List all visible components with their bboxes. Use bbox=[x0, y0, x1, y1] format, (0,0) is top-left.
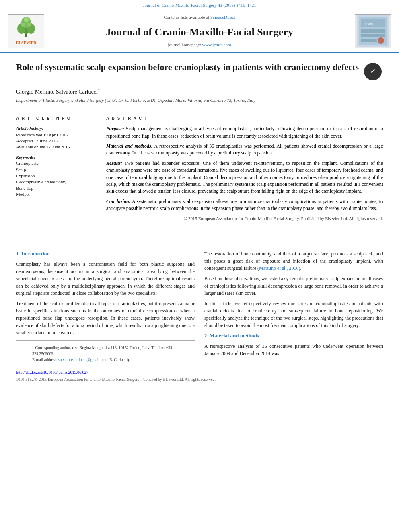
keyword-2: Scalp bbox=[16, 167, 97, 173]
history-heading: Article history: bbox=[16, 125, 97, 131]
abstract-conclusion: Conclusion: A systematic preliminary sca… bbox=[106, 198, 383, 212]
elsevier-wordmark: ELSEVIER bbox=[16, 40, 37, 46]
science-direct-anchor[interactable]: ScienceDirect bbox=[210, 15, 235, 20]
science-direct-link: Contents lists available at ScienceDirec… bbox=[164, 14, 235, 21]
keyword-4: Decompressive craniectomy bbox=[16, 179, 97, 185]
right-para-2: Based on these observations, we tested a… bbox=[204, 275, 383, 297]
intro-para-2: Treatment of the scalp is problematic in… bbox=[16, 300, 195, 336]
corresponding-sup: * bbox=[98, 88, 100, 92]
abstract-column: A B S T R A C T Purpose: Scalp managemen… bbox=[106, 116, 383, 222]
svg-point-14 bbox=[378, 37, 384, 44]
keyword-6: Medpor bbox=[16, 191, 97, 197]
body-left-column: 1. Introduction Cranioplasty has always … bbox=[16, 250, 195, 365]
article-info-column: A R T I C L E I N F O Article history: P… bbox=[16, 116, 97, 222]
keywords-section: Keywords: Cranioplasty Scalp Expansion D… bbox=[16, 154, 97, 198]
contents-text: Contents lists available at bbox=[164, 15, 209, 20]
svg-rect-13 bbox=[361, 39, 377, 42]
keywords-heading: Keywords: bbox=[16, 154, 97, 160]
abstract-methods: Material and methods: A retrospective an… bbox=[106, 143, 383, 157]
methods-label: Material and methods: bbox=[106, 143, 153, 149]
article-content: Role of systematic scalp expansion befor… bbox=[0, 53, 399, 234]
svg-rect-11 bbox=[361, 29, 385, 33]
article-info-abstract-section: A R T I C L E I N F O Article history: P… bbox=[16, 110, 383, 222]
svg-text:JCMFS: JCMFS bbox=[364, 23, 373, 26]
abstract-purpose: Purpose: Scalp management is challenging… bbox=[106, 125, 383, 140]
svg-rect-12 bbox=[361, 34, 385, 37]
accepted-date: Accepted 17 June 2015 bbox=[16, 138, 97, 144]
footer-issn: 1010-5182/© 2015 European Association fo… bbox=[16, 377, 383, 382]
svg-point-6 bbox=[27, 23, 31, 27]
purpose-text: Scalp management is challenging in all t… bbox=[106, 126, 383, 138]
journal-reference-text: Journal of Cranio-Maxillo-Facial Surgery… bbox=[143, 3, 256, 8]
intro-heading: 1. Introduction bbox=[16, 250, 195, 257]
right-para-1: The restoration of bone continuity, and … bbox=[204, 250, 383, 272]
abstract-copyright: © 2015 European Association for Cranio-M… bbox=[106, 216, 383, 222]
available-date: Available online 27 June 2015 bbox=[16, 144, 97, 150]
keyword-3: Expansion bbox=[16, 173, 97, 179]
svg-point-5 bbox=[21, 23, 25, 27]
body-right-column: The restoration of bone continuity, and … bbox=[204, 250, 383, 365]
purpose-label: Purpose: bbox=[106, 126, 124, 131]
abstract-results: Results: Two patients had expander expos… bbox=[106, 160, 383, 195]
journal-reference-bar: Journal of Cranio-Maxillo-Facial Surgery… bbox=[0, 0, 399, 10]
conclusion-label: Conclusion: bbox=[106, 199, 131, 204]
journal-homepage: journal homepage: www.jcmfs.com bbox=[168, 42, 231, 48]
email-suffix: (S. Carlucci). bbox=[108, 357, 130, 362]
homepage-label: journal homepage: bbox=[168, 42, 201, 47]
authors-line: Giorgio Merlino, Salvatore Carlucci* bbox=[16, 87, 383, 96]
results-label: Results: bbox=[106, 160, 122, 166]
body-content: 1. Introduction Cranioplasty has always … bbox=[0, 250, 399, 365]
received-date: Paper received 19 April 2015 bbox=[16, 132, 97, 138]
doi-link[interactable]: http://dx.doi.org/10.1016/j.jcms.2015.06… bbox=[16, 370, 383, 375]
conclusion-text: A systematic preliminary scalp expansion… bbox=[106, 199, 383, 211]
footnote-star: * Corresponding author. c.so Regina Marg… bbox=[32, 345, 179, 357]
journal-header: ELSEVIER Contents lists available at Sci… bbox=[0, 10, 399, 53]
journal-title: Journal of Cranio-Maxillo-Facial Surgery bbox=[106, 25, 293, 39]
cover-thumbnail: JCMFS bbox=[357, 15, 389, 47]
keyword-5: Bone flap bbox=[16, 185, 97, 191]
elsevier-logo: ELSEVIER bbox=[8, 14, 44, 48]
section-divider bbox=[0, 242, 399, 242]
article-history-block: Article history: Paper received 19 April… bbox=[16, 125, 97, 150]
authors-names: Giorgio Merlino, Salvatore Carlucci bbox=[16, 88, 98, 94]
email-label: E-mail address: bbox=[32, 357, 57, 362]
abstract-label: A B S T R A C T bbox=[106, 116, 383, 121]
methods-heading: 2. Material and methods bbox=[204, 332, 383, 339]
right-para-3: In this article, we retrospectively revi… bbox=[204, 300, 383, 329]
article-info-label: A R T I C L E I N F O bbox=[16, 116, 97, 121]
page: Journal of Cranio-Maxillo-Facial Surgery… bbox=[0, 0, 399, 532]
results-text: Two patients had expander exposure. One … bbox=[106, 160, 383, 194]
footnote-area: * Corresponding author. c.so Regina Marg… bbox=[16, 340, 195, 365]
keyword-1: Cranioplasty bbox=[16, 160, 97, 166]
affiliation: Department of Plastic Surgery and Hand S… bbox=[16, 97, 383, 103]
matsuno-link[interactable]: Matsuno et al., 2006 bbox=[259, 265, 298, 271]
journal-center-header: Contents lists available at ScienceDirec… bbox=[48, 14, 351, 48]
doi-anchor[interactable]: http://dx.doi.org/10.1016/j.jcms.2015.06… bbox=[16, 370, 88, 374]
svg-point-7 bbox=[24, 17, 29, 22]
elsevier-tree-icon bbox=[14, 16, 38, 39]
journal-cover-image: JCMFS bbox=[355, 14, 391, 48]
email-link[interactable]: salvatore.carlucci@gmail.com bbox=[58, 357, 107, 362]
footer-bar: http://dx.doi.org/10.1016/j.jcms.2015.06… bbox=[0, 367, 399, 385]
crossmark-badge bbox=[363, 62, 383, 82]
methods-para-1: A retrospective analysis of 36 consecuti… bbox=[204, 343, 383, 357]
homepage-url[interactable]: www.jcmfs.com bbox=[202, 42, 231, 47]
article-title-section: Role of systematic scalp expansion befor… bbox=[16, 62, 383, 82]
intro-para-1: Cranioplasty has always been a confronta… bbox=[16, 261, 195, 297]
footnote-email: E-mail address: salvatore.carlucci@gmail… bbox=[32, 357, 179, 363]
article-title: Role of systematic scalp expansion befor… bbox=[16, 62, 359, 73]
crossmark-icon bbox=[364, 63, 382, 80]
